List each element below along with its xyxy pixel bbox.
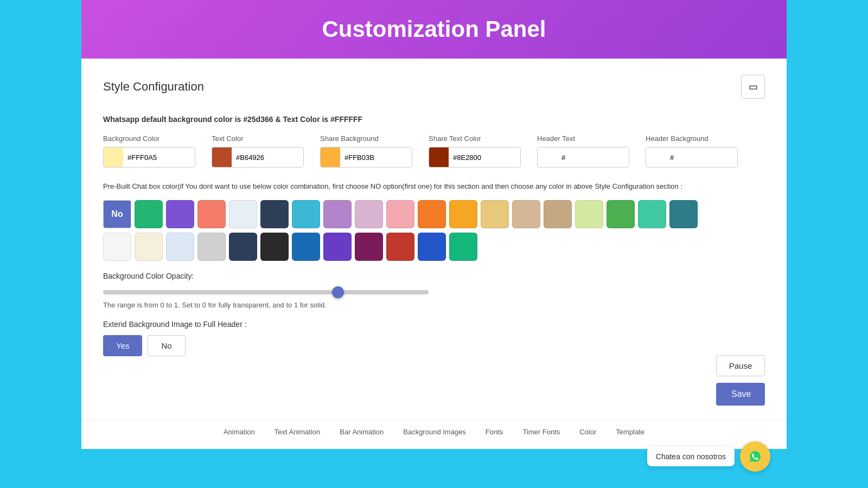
palette-btn-palette-row-1-9[interactable] bbox=[386, 200, 414, 228]
bottom-nav-item-0[interactable]: Animation bbox=[219, 426, 259, 438]
bottom-nav-item-4[interactable]: Fonts bbox=[481, 426, 508, 438]
color-input-wrapper-0 bbox=[103, 147, 195, 168]
main-panel: Style Configuration ▭ Whatsapp default b… bbox=[81, 59, 787, 449]
palette-btn-palette-row-1-18[interactable] bbox=[669, 200, 698, 228]
palette-btn-palette-row-2-6[interactable] bbox=[292, 233, 320, 261]
palette-btn-palette-row-1-4[interactable] bbox=[229, 200, 257, 228]
bottom-nav-item-7[interactable]: Template bbox=[611, 426, 649, 438]
palette-btn-palette-row-2-1[interactable] bbox=[135, 233, 163, 261]
color-swatch-4[interactable] bbox=[538, 147, 557, 167]
color-field-group-0: Background Color bbox=[103, 134, 195, 168]
extend-section: Extend Background Image to Full Header :… bbox=[103, 320, 765, 356]
palette-btn-palette-row-2-3[interactable] bbox=[197, 233, 226, 261]
palette-btn-palette-row-1-5[interactable] bbox=[260, 200, 289, 228]
color-swatch-3[interactable] bbox=[429, 147, 449, 167]
color-input-wrapper-4 bbox=[537, 147, 629, 168]
palette-btn-palette-row-1-6[interactable] bbox=[292, 200, 320, 228]
color-input-wrapper-5 bbox=[646, 147, 738, 168]
color-text-input-2[interactable] bbox=[340, 147, 412, 167]
save-button[interactable]: Save bbox=[716, 383, 765, 406]
color-field-group-5: Header Background bbox=[646, 134, 738, 168]
color-text-input-5[interactable] bbox=[666, 147, 738, 167]
color-input-wrapper-2 bbox=[320, 147, 412, 168]
bottom-nav-item-3[interactable]: Background Images bbox=[399, 426, 470, 438]
whatsapp-chat-widget: Chatea con nosotros bbox=[647, 441, 770, 472]
bottom-nav-item-6[interactable]: Color bbox=[575, 426, 601, 438]
device-icon-button[interactable]: ▭ bbox=[741, 75, 765, 99]
color-field-label-2: Share Background bbox=[320, 134, 412, 143]
opacity-label: Background Color Opacity: bbox=[103, 272, 765, 280]
palette-btn-palette-row-1-3[interactable] bbox=[197, 200, 226, 228]
palette-btn-palette-row-1-12[interactable] bbox=[481, 200, 509, 228]
whatsapp-circle-button[interactable] bbox=[740, 441, 770, 472]
color-field-label-5: Header Background bbox=[646, 134, 738, 143]
color-text-input-1[interactable] bbox=[232, 147, 304, 167]
palette-btn-palette-row-2-0[interactable] bbox=[103, 233, 131, 261]
color-text-input-0[interactable] bbox=[123, 147, 195, 167]
header-banner: Customization Panel bbox=[81, 0, 787, 59]
sidebar-buttons: Pause Save bbox=[716, 355, 765, 406]
palette-btn-palette-row-1-0[interactable]: No bbox=[103, 200, 131, 228]
palette-row-1: No bbox=[103, 200, 765, 228]
palette-btn-palette-row-1-8[interactable] bbox=[355, 200, 383, 228]
color-field-label-0: Background Color bbox=[103, 134, 195, 143]
whatsapp-info: Whatsapp default background color is #25… bbox=[103, 115, 765, 124]
palette-btn-palette-row-1-17[interactable] bbox=[638, 200, 666, 228]
palette-btn-palette-row-1-11[interactable] bbox=[449, 200, 477, 228]
color-text-input-4[interactable] bbox=[557, 147, 629, 167]
color-field-label-1: Text Color bbox=[212, 134, 304, 143]
opacity-section: Background Color Opacity: The range is f… bbox=[103, 272, 765, 309]
palette-btn-palette-row-2-4[interactable] bbox=[229, 233, 257, 261]
yes-button[interactable]: Yes bbox=[103, 335, 142, 356]
page-title: Customization Panel bbox=[92, 16, 776, 42]
palette-btn-palette-row-1-13[interactable] bbox=[512, 200, 540, 228]
palette-btn-palette-row-2-8[interactable] bbox=[355, 233, 383, 261]
pause-button[interactable]: Pause bbox=[716, 355, 765, 376]
bottom-nav-item-5[interactable]: Timer Fonts bbox=[518, 426, 564, 438]
opacity-hint: The range is from 0 to 1. Set to 0 for f… bbox=[103, 301, 765, 309]
extend-label: Extend Background Image to Full Header : bbox=[103, 320, 765, 329]
color-swatch-2[interactable] bbox=[321, 147, 340, 167]
color-field-label-3: Share Text Color bbox=[429, 134, 521, 143]
style-config-title: Style Configuration bbox=[103, 80, 204, 94]
palette-btn-palette-row-1-7[interactable] bbox=[323, 200, 352, 228]
color-swatch-0[interactable] bbox=[104, 147, 123, 167]
palette-btn-palette-row-2-9[interactable] bbox=[386, 233, 414, 261]
style-config-header: Style Configuration ▭ bbox=[103, 75, 765, 99]
opacity-slider[interactable] bbox=[103, 290, 429, 294]
palette-btn-palette-row-2-7[interactable] bbox=[323, 233, 352, 261]
no-button[interactable]: No bbox=[148, 335, 185, 356]
chat-bubble: Chatea con nosotros bbox=[647, 447, 735, 466]
palette-btn-palette-row-2-2[interactable] bbox=[166, 233, 194, 261]
palette-btn-palette-row-1-1[interactable] bbox=[135, 200, 163, 228]
color-swatch-1[interactable] bbox=[212, 147, 232, 167]
palette-btn-palette-row-2-10[interactable] bbox=[418, 233, 446, 261]
bottom-nav-item-1[interactable]: Text Animation bbox=[270, 426, 325, 438]
palette-btn-palette-row-2-5[interactable] bbox=[260, 233, 289, 261]
palette-btn-palette-row-1-2[interactable] bbox=[166, 200, 194, 228]
color-swatch-5[interactable] bbox=[646, 147, 666, 167]
prebuilt-info: Pre-Built Chat box color(if You dont wan… bbox=[103, 181, 700, 192]
device-icon: ▭ bbox=[749, 81, 758, 93]
color-input-wrapper-1 bbox=[212, 147, 304, 168]
bottom-nav-item-2[interactable]: Bar Animation bbox=[335, 426, 388, 438]
color-input-wrapper-3 bbox=[429, 147, 521, 168]
palette-row-2 bbox=[103, 233, 765, 261]
color-field-label-4: Header Text bbox=[537, 134, 629, 143]
color-field-group-1: Text Color bbox=[212, 134, 304, 168]
palette-btn-palette-row-1-14[interactable] bbox=[544, 200, 572, 228]
color-field-group-3: Share Text Color bbox=[429, 134, 521, 168]
palette-btn-palette-row-1-15[interactable] bbox=[575, 200, 603, 228]
color-text-input-3[interactable] bbox=[449, 147, 521, 167]
palette-btn-palette-row-1-16[interactable] bbox=[607, 200, 635, 228]
color-field-group-4: Header Text bbox=[537, 134, 629, 168]
color-field-group-2: Share Background bbox=[320, 134, 412, 168]
yes-no-group: Yes No bbox=[103, 335, 765, 356]
color-fields-row: Background ColorText ColorShare Backgrou… bbox=[103, 134, 765, 168]
bottom-nav: AnimationText AnimationBar AnimationBack… bbox=[81, 420, 787, 444]
palette-btn-palette-row-2-11[interactable] bbox=[449, 233, 477, 261]
palette-btn-palette-row-1-10[interactable] bbox=[418, 200, 446, 228]
